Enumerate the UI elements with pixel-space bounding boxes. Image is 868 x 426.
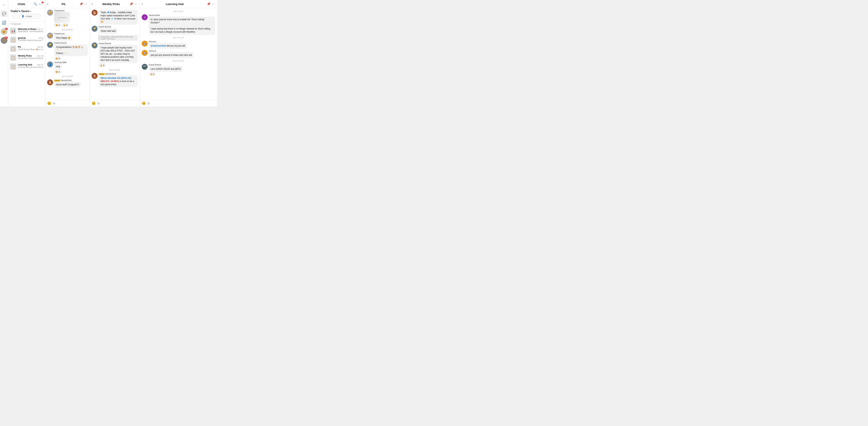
coach-donnie-avatar-w3: 🏆 [92, 42, 98, 49]
pl-panel: ‹ P/L 📌 ··· 🐱 Coquinours 📊 screenshot 🐱 … [45, 0, 90, 106]
channel-item-general[interactable]: 📋 general 03:07 73435380: Anyone know an… [8, 35, 45, 44]
channel-name-general: general [18, 37, 26, 39]
search-icon[interactable]: 🔍 [33, 2, 38, 6]
pl-msg-row-5: 🐕 OwnerSpeedyStud Good stuff! Congrats!!… [47, 80, 88, 88]
avatar-group2[interactable]: 🏋️ 99+ [1, 37, 7, 44]
weekly-msg-row-1: 🐕 Triple 🧢 today... volatility today maj… [92, 10, 138, 25]
coach-donnie-avatar: 🏆 [47, 42, 53, 48]
channel-name-pl: P/L [18, 45, 21, 48]
channel-avatar-pl: 📋 [10, 45, 16, 52]
weekly-quote: Coquinours: @Coach Donnie Well said Coac… [99, 35, 138, 41]
learning-messages: Dec 5 13:07 J JacksonGoh hi, does anyone… [140, 8, 217, 100]
learning-input-row: 😊 ⊕ [140, 100, 217, 106]
weekly-msg-wrap-1: Triple 🧢 today... volatility today major… [99, 10, 138, 25]
left-sidebar-icons: ‹ 💬 🔄 🐱 29 🏋️ 99+ [0, 0, 8, 106]
pl-input-row: 😊 ⊕ [45, 100, 90, 106]
channels-group-header[interactable]: ▾ Channels [8, 22, 45, 26]
pl-msg-wrap-1: Coquinours 📊 screenshot 🐱 1 👍 1 [54, 10, 88, 27]
visionary-avatar: 👤 [47, 61, 53, 67]
reaction-chip-3[interactable]: 🐱 1 [54, 57, 61, 60]
weekly-bubble-4: $Novo-Nordisk A/S (NVO.US) $(85.870 -16.… [99, 75, 138, 87]
stock-loss-nvo: $(85.870 -16.99%) [100, 80, 119, 83]
pl-msg-row-2: 🐱 Coquinours Very happy 😀 [47, 33, 88, 41]
learning-title: Learning Hub [144, 2, 206, 6]
invite-button[interactable]: 👤 + Invite [12, 14, 41, 19]
reaction-chip[interactable]: 🐱 1 [54, 23, 61, 27]
weekly-sender-2: Coach Donnie [99, 26, 138, 28]
weekly-reactions-3: 👍 1 [99, 64, 138, 67]
learning-sender-1: JacksonGoh [149, 14, 215, 16]
pl-add-icon[interactable]: ⊕ [53, 101, 56, 105]
mail-icon[interactable]: ✉️! [38, 2, 43, 6]
channel-name-learning: Learning Hub [18, 63, 32, 66]
reaction-chip-w3[interactable]: 👍 1 [99, 64, 105, 67]
learning-more-icon[interactable]: ··· [211, 2, 215, 6]
pl-msg-wrap-5: OwnerSpeedyStud Good stuff! Congrats!!!! [54, 80, 88, 88]
learning-bubble-4: Let's GOOO SOUN and QBTS [149, 66, 183, 72]
pl-more-icon[interactable]: ··· [84, 2, 88, 6]
weekly-pin-icon[interactable]: 📌 [129, 2, 134, 6]
learning-emoji-icon[interactable]: 😊 [142, 101, 146, 105]
channel-preview-general: 73435380: Anyone know any TFSA strategy.… [18, 39, 43, 41]
channel-time-general: 03:07 [38, 37, 43, 39]
invite-icon: 👤 [22, 15, 24, 18]
weekly-bubble-3: I hope people start buying more ETFs lik… [99, 45, 138, 63]
group2-badge: 99+ [4, 37, 8, 39]
pl-title: P/L [49, 2, 79, 6]
weekly-input-row: 😊 ⊕ [90, 100, 140, 106]
channel-preview-learning: visionary1956: get rid of all long posit… [18, 66, 43, 68]
pl-emoji-icon[interactable]: 😊 [47, 101, 51, 105]
channel-info-pl: P/L Dec 20 Coach Donnie: Bravo 🎉 to y'al… [18, 45, 43, 51]
pl-sender-5: OwnerSpeedyStud [54, 80, 88, 82]
pl-msg-row-3: 🏆 Coach Donnie Congratulations 🎊🎉🎊🍾🥂Chee… [47, 42, 88, 60]
weekly-back-button[interactable]: ‹ [92, 2, 93, 6]
learning-msg-wrap-3: chinccw just put any amount of share and… [149, 50, 215, 58]
learning-msg-row-1: J JacksonGoh hi, does anyone know how to… [142, 14, 215, 35]
avatar-group1[interactable]: 🐱 29 [1, 28, 7, 35]
weekly-msg-wrap-2: Coach Donnie Yessir well said [99, 26, 138, 34]
channel-avatar-weekly: 📋 [10, 55, 16, 61]
reaction-chip-l4[interactable]: 👍 1 [149, 72, 156, 76]
channel-item-weekly[interactable]: 📋 Weekly Picks Dec 20 SpeedyStud: $Novo-… [8, 53, 45, 62]
learning-bubble-2: @JacksonGoh did you try just sell [149, 43, 187, 49]
speedystud-avatar-weekly1: 🐕 [92, 10, 98, 16]
weekly-add-icon[interactable]: ⊕ [97, 101, 100, 105]
learning-add-icon[interactable]: ⊕ [147, 101, 150, 105]
channel-info-welcome: Welcome & Rules Nov 17 SpeedyStud: · Be … [18, 28, 43, 32]
chat-nav-icon[interactable]: 💬 [1, 10, 7, 17]
learning-sender-3: chinccw [149, 50, 215, 52]
learning-timestamp-2: Dec 13 11:29 [142, 37, 215, 39]
weekly-emoji-icon[interactable]: 😊 [92, 101, 96, 105]
learning-pin-icon[interactable]: 📌 [206, 2, 211, 6]
chats-title: Chats [10, 2, 33, 6]
channel-name-weekly: Weekly Picks [18, 55, 32, 57]
weekly-title: Weekly Picks [93, 2, 129, 6]
learning-reactions-4: 👍 1 [149, 72, 215, 76]
channel-item-learning[interactable]: 📋 Learning Hub Dec 19 visionary1956: get… [8, 62, 45, 71]
learning-msg-wrap-1: JacksonGoh hi, does anyone know how to e… [149, 14, 215, 35]
learning-msg-wrap-4: Coach Donnie Let's GOOO SOUN and QBTS 👍 … [149, 64, 215, 76]
pl-msg-wrap-3: Coach Donnie Congratulations 🎊🎉🎊🍾🥂Cheers… [54, 42, 88, 60]
pl-sender-1: Coquinours [54, 10, 88, 12]
chats-header: Chats 🔍 ✉️! [8, 0, 45, 8]
channel-item-welcome[interactable]: 📢 Welcome & Rules Nov 17 SpeedyStud: · B… [8, 27, 45, 35]
learning-back-button[interactable]: ‹ [142, 2, 143, 6]
weekly-more-icon[interactable]: ··· [134, 2, 138, 6]
reaction-chip[interactable]: 👍 1 [62, 23, 69, 27]
weekly-messages: 🐕 Triple 🧢 today... volatility today maj… [90, 8, 140, 100]
pl-back-button[interactable]: ‹ [47, 2, 48, 6]
pl-pin-icon[interactable]: 📌 [79, 2, 84, 6]
weekly-msg-row-2: 🏆 Coach Donnie Yessir well said [92, 26, 138, 34]
refresh-nav-icon[interactable]: 🔄 [1, 19, 7, 26]
weekly-msg-wrap-3: Coach Donnie I hope people start buying … [99, 42, 138, 67]
channel-time-welcome: Nov 17 [37, 28, 43, 30]
pl-reactions-3: 🐱 1 [54, 57, 88, 60]
learning-sender-2: chinccw [149, 41, 215, 43]
weekly-header: ‹ Weekly Picks 📌 ··· [90, 0, 140, 8]
tavern-title-row[interactable]: Trader's Tavern › [10, 10, 43, 12]
back-button[interactable]: ‹ [1, 1, 7, 8]
reaction-chip-4[interactable]: 🐱 1 [54, 70, 61, 73]
pl-bubble-3: Congratulations 🎊🎉🎊🍾🥂Cheers 🥂 [54, 44, 88, 56]
channel-time-pl: Dec 20 [37, 46, 43, 48]
channel-item-pl[interactable]: 📋 P/L Dec 20 Coach Donnie: Bravo 🎉 to y'… [8, 44, 45, 53]
